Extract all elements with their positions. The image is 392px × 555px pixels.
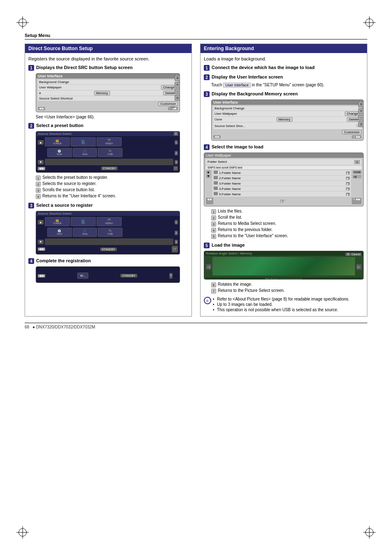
complete-nav[interactable]: ◀ ▶ [38, 274, 45, 278]
note-2: Up to 3 images can be loaded. [213, 302, 349, 307]
rotation-screen: Rotation Angle Select / Memory 7 Cancel … [204, 251, 364, 280]
memory-btn[interactable]: Memory [94, 91, 110, 95]
r-step-4-item-5: 5 Returns to the "User Interface" screen… [211, 234, 364, 239]
ss2-hand: ☞ [172, 246, 178, 252]
r-step-4-item-2: 2 Scroll the list. [211, 215, 364, 220]
folder-icons: 1 [354, 160, 360, 164]
icon-1: ☰ [175, 75, 180, 81]
r-step-5-title: Load the image [212, 242, 245, 248]
ss-tuner[interactable]: 📻TUNER [45, 137, 70, 146]
folder-down[interactable]: ▼ [206, 174, 211, 178]
ss-standby[interactable]: STANDBY [101, 166, 118, 170]
r-memory-row: Clone Memory Delete [213, 117, 362, 122]
left-section: Direct Source Button Setup Registers the… [25, 44, 192, 317]
notes-list: Refer to <About Picture files> (page 8) … [213, 297, 349, 313]
folder-nav-ctrl[interactable]: ◀ ▶ [206, 198, 213, 204]
note-icon: ≡ [204, 297, 211, 304]
folder-btn-1[interactable]: ▶ [346, 171, 350, 174]
ss-usb[interactable]: 🔌USB [98, 148, 122, 157]
ss2-ipod[interactable]: 🎵iPod [73, 228, 97, 237]
ss2-usb[interactable]: 🔌USB [98, 228, 122, 237]
folder-up-btn[interactable]: up [353, 175, 362, 178]
ss-title: Source Shortcut Select [38, 132, 71, 136]
badge-2: 2 [175, 151, 178, 155]
step-2-header: 2 Select a preset button [28, 123, 188, 129]
folder-hand: ☞ [280, 198, 285, 204]
folder-btn-4[interactable]: ▶ [346, 187, 350, 190]
r-step-2-header: 2 Display the User Interface screen [204, 74, 364, 80]
folder-row-3: 3.Folder Name ▶ [212, 181, 351, 186]
folder-row-2: 2.Folder Name ▶ [212, 176, 351, 180]
badge-r2: 2 [175, 231, 178, 235]
step-2-title: Select a preset button [36, 123, 83, 128]
r-step-1-header: 1 Connect the device which has the image… [204, 65, 364, 71]
r-ui-title: User Interface [213, 100, 238, 104]
note-1: Refer to <About Picture files> (page 8) … [213, 297, 349, 301]
ss2-tv[interactable]: 📺TV [71, 217, 96, 226]
step-1-title: Displays the Direct SRC button Setup scr… [36, 65, 133, 70]
folder-btn-2[interactable]: ▶ [346, 177, 350, 180]
source-shortcut-screen-1: Source Shortcut Select 1 ▲ 📻TUNER 📺TV 🎬V… [36, 131, 180, 173]
badge-1: 1 [175, 140, 178, 145]
r-customize-btn[interactable]: Customize [342, 130, 362, 134]
complete-btn[interactable]: W... [77, 273, 89, 279]
folder-mode-btn[interactable]: mode [353, 170, 362, 174]
r-step-4-header: 4 Select the image to load [204, 144, 364, 150]
step-2-item-1: 1 Selects the preset button to register. [36, 175, 188, 180]
rotation-image [212, 257, 355, 275]
folder-btn-3[interactable]: ▶ [346, 182, 350, 185]
page-number: 68 [25, 325, 29, 329]
r-memory-btn[interactable]: Memory [277, 117, 293, 122]
ss-title-2: Source Shortcut Select [38, 212, 71, 215]
folder-right-ctrl[interactable]: ⇦ ▶▶ [352, 198, 362, 204]
ss-video[interactable]: 🎬VIDEO [97, 137, 122, 146]
rotation-right-btn[interactable]: ▷ [356, 264, 362, 270]
ss-down-btn[interactable]: ▼ [38, 160, 44, 164]
setup-menu-label: Setup Menu [25, 33, 367, 39]
r-step-5-header: 5 Load the image [204, 242, 364, 248]
ss2-video[interactable]: 🎬VIDEO [97, 217, 122, 226]
right-section-intro: Loads a image for background. [204, 56, 364, 61]
folder-nav: ▲ ▼ [206, 170, 211, 197]
ss2-tuner[interactable]: 📻TUNER [45, 217, 70, 226]
ss-dvd[interactable]: 💿DVD [47, 148, 72, 157]
folder-up[interactable]: ▲ [206, 170, 211, 174]
step-1-note: See <User Interface> (page 66). [36, 115, 188, 119]
step-1-num: 1 [28, 65, 34, 71]
r-step-4-item-3: 3 Returns to Media Select screen. [211, 221, 364, 227]
complete-hand: ☞ [173, 273, 178, 279]
ss-up-btn[interactable]: ▲ [38, 140, 44, 145]
ss-tv[interactable]: 📺TV [71, 137, 96, 146]
r-nav-left[interactable]: ◀ ▶ [213, 135, 221, 139]
ss-nav-left[interactable]: ◀ ▶ [38, 167, 45, 170]
r-icon-2: ⊙ [358, 108, 364, 114]
ss2-standby[interactable]: STANDBY [100, 247, 117, 251]
ui-highlight: User Interface [223, 83, 251, 88]
rotation-left-btn[interactable]: ◁ [206, 264, 211, 270]
ss2-nav[interactable]: ◀ ▶ [38, 247, 45, 251]
memory-row: A Memory Delete [38, 90, 178, 96]
icon-4: ◎ [175, 95, 180, 101]
r-step-1-title: Connect the device which has the image t… [212, 65, 315, 70]
complete-standby[interactable]: STANDBY [120, 274, 137, 278]
badge-r1: 1 [175, 220, 178, 224]
ss2-up[interactable]: ▲ [38, 220, 44, 224]
ss2-down[interactable]: ▼ [38, 240, 44, 244]
step-3-num: 3 [28, 203, 34, 208]
step-4-title: Complete the registration [36, 258, 91, 264]
page-model: ● [32, 325, 35, 329]
ss-ipod[interactable]: 🎵iPod [73, 148, 97, 157]
note-3: This operation is not possible when USB … [213, 308, 349, 312]
r-step-2-desc: Touch User Interface in the "SETUP Menu"… [211, 83, 364, 88]
reg-mark-bl [16, 526, 29, 539]
r-nav-right[interactable]: ⇦ ▶▶ [352, 135, 362, 139]
ss-num-badge: 1 [174, 132, 178, 136]
r-step-5-item-1: 6 Rotates the image. [211, 282, 364, 287]
ss2-dvd[interactable]: 💿DVD [47, 228, 72, 237]
folder-select-label: Folder Select [208, 160, 227, 164]
r-step-2-title: Display the User Interface screen [212, 74, 283, 80]
hand-cursor-1: ☞ [170, 104, 175, 111]
folder-btn-5[interactable]: ▶ [346, 193, 350, 196]
badge-3-num: 3 [169, 273, 173, 279]
nav-ctrl-left[interactable]: ◀ ▶ [38, 107, 45, 110]
